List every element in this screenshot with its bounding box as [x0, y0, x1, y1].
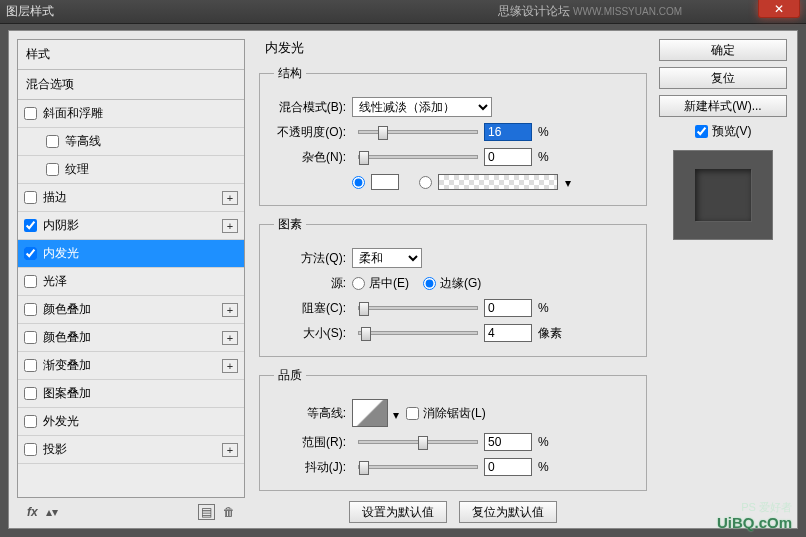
sidebar-item-checkbox[interactable] — [24, 331, 37, 344]
sidebar-item-label: 颜色叠加 — [43, 301, 91, 318]
sidebar-item-label: 图案叠加 — [43, 385, 91, 402]
sidebar-item-5[interactable]: 内发光 — [18, 240, 244, 268]
gradient-picker[interactable]: ▾ — [438, 174, 558, 190]
styles-sidebar: 样式 混合选项 斜面和浮雕等高线纹理描边+内阴影+内发光光泽颜色叠加+颜色叠加+… — [17, 39, 245, 498]
method-select[interactable]: 柔和 — [352, 248, 422, 268]
contour-picker[interactable]: ▾ — [352, 399, 388, 427]
fx-icon[interactable]: fx — [27, 505, 38, 519]
sidebar-item-checkbox[interactable] — [24, 107, 37, 120]
method-label: 方法(Q): — [268, 250, 346, 267]
right-panel: 确定 复位 新建样式(W)... 预览(V) — [659, 39, 787, 240]
size-label: 大小(S): — [268, 325, 346, 342]
sidebar-item-4[interactable]: 内阴影+ — [18, 212, 244, 240]
add-effect-icon[interactable]: + — [222, 331, 238, 345]
sidebar-item-checkbox[interactable] — [24, 275, 37, 288]
sidebar-item-checkbox[interactable] — [24, 219, 37, 232]
sidebar-item-checkbox[interactable] — [24, 191, 37, 204]
add-effect-icon[interactable]: + — [222, 359, 238, 373]
chevron-down-icon[interactable]: ▾ — [565, 176, 571, 190]
preview-checkbox[interactable] — [695, 125, 708, 138]
add-effect-icon[interactable]: + — [222, 303, 238, 317]
sidebar-item-11[interactable]: 外发光 — [18, 408, 244, 436]
sidebar-item-label: 斜面和浮雕 — [43, 105, 103, 122]
sidebar-item-checkbox[interactable] — [46, 135, 59, 148]
blendmode-label: 混合模式(B): — [268, 99, 346, 116]
add-icon[interactable]: ▤ — [198, 504, 215, 520]
ok-button[interactable]: 确定 — [659, 39, 787, 61]
brand-text: 思缘设计论坛 WWW.MISSYUAN.COM — [498, 3, 682, 20]
opacity-slider[interactable] — [358, 130, 478, 134]
watermark: UiBQ.cOm — [717, 514, 792, 531]
source-edge-label: 边缘(G) — [440, 275, 481, 292]
sidebar-item-checkbox[interactable] — [46, 163, 59, 176]
jitter-slider[interactable] — [358, 465, 478, 469]
sidebar-item-12[interactable]: 投影+ — [18, 436, 244, 464]
source-label: 源: — [268, 275, 346, 292]
watermark-small: PS 爱好者 — [741, 500, 792, 515]
panel-title: 内发光 — [259, 39, 647, 61]
color-gradient-radio[interactable] — [419, 176, 432, 189]
noise-slider[interactable] — [358, 155, 478, 159]
sidebar-item-checkbox[interactable] — [24, 415, 37, 428]
choke-slider[interactable] — [358, 306, 478, 310]
sidebar-item-9[interactable]: 渐变叠加+ — [18, 352, 244, 380]
chevron-up-down-icon[interactable]: ▴▾ — [46, 505, 58, 519]
size-slider[interactable] — [358, 331, 478, 335]
add-effect-icon[interactable]: + — [222, 191, 238, 205]
blendmode-select[interactable]: 线性减淡（添加） — [352, 97, 492, 117]
noise-input[interactable] — [484, 148, 532, 166]
choke-unit: % — [538, 301, 549, 315]
preview-box — [673, 150, 773, 240]
jitter-unit: % — [538, 460, 549, 474]
jitter-input[interactable] — [484, 458, 532, 476]
sidebar-item-label: 内阴影 — [43, 217, 79, 234]
new-style-button[interactable]: 新建样式(W)... — [659, 95, 787, 117]
antialias-label: 消除锯齿(L) — [423, 405, 486, 422]
sidebar-item-checkbox[interactable] — [24, 247, 37, 260]
color-solid-radio[interactable] — [352, 176, 365, 189]
size-input[interactable] — [484, 324, 532, 342]
sidebar-item-label: 描边 — [43, 189, 67, 206]
trash-icon[interactable]: 🗑 — [223, 505, 235, 519]
sidebar-item-label: 内发光 — [43, 245, 79, 262]
reset-default-button[interactable]: 复位为默认值 — [459, 501, 557, 523]
sidebar-item-2[interactable]: 纹理 — [18, 156, 244, 184]
choke-input[interactable] — [484, 299, 532, 317]
add-effect-icon[interactable]: + — [222, 443, 238, 457]
sidebar-item-3[interactable]: 描边+ — [18, 184, 244, 212]
sidebar-item-10[interactable]: 图案叠加 — [18, 380, 244, 408]
sidebar-item-checkbox[interactable] — [24, 303, 37, 316]
set-default-button[interactable]: 设置为默认值 — [349, 501, 447, 523]
reset-button[interactable]: 复位 — [659, 67, 787, 89]
range-input[interactable] — [484, 433, 532, 451]
sidebar-header-blend[interactable]: 混合选项 — [18, 70, 244, 100]
sidebar-item-checkbox[interactable] — [24, 387, 37, 400]
sidebar-item-checkbox[interactable] — [24, 443, 37, 456]
sidebar-footer: fx ▴▾ ▤ 🗑 — [17, 502, 245, 522]
sidebar-item-0[interactable]: 斜面和浮雕 — [18, 100, 244, 128]
sidebar-item-6[interactable]: 光泽 — [18, 268, 244, 296]
opacity-input[interactable] — [484, 123, 532, 141]
choke-label: 阻塞(C): — [268, 300, 346, 317]
group-structure: 结构 混合模式(B): 线性减淡（添加） 不透明度(O): % 杂色(N): % — [259, 65, 647, 206]
sidebar-item-label: 纹理 — [65, 161, 89, 178]
sidebar-item-1[interactable]: 等高线 — [18, 128, 244, 156]
sidebar-item-checkbox[interactable] — [24, 359, 37, 372]
range-slider[interactable] — [358, 440, 478, 444]
range-unit: % — [538, 435, 549, 449]
antialias-checkbox[interactable] — [406, 407, 419, 420]
source-center-radio[interactable] — [352, 277, 365, 290]
sidebar-item-8[interactable]: 颜色叠加+ — [18, 324, 244, 352]
source-center-label: 居中(E) — [369, 275, 409, 292]
contour-label: 等高线: — [268, 405, 346, 422]
noise-label: 杂色(N): — [268, 149, 346, 166]
sidebar-header-styles[interactable]: 样式 — [18, 40, 244, 70]
window-title: 图层样式 — [4, 3, 498, 20]
add-effect-icon[interactable]: + — [222, 219, 238, 233]
opacity-label: 不透明度(O): — [268, 124, 346, 141]
color-swatch[interactable] — [371, 174, 399, 190]
chevron-down-icon[interactable]: ▾ — [393, 408, 399, 422]
sidebar-item-7[interactable]: 颜色叠加+ — [18, 296, 244, 324]
source-edge-radio[interactable] — [423, 277, 436, 290]
close-button[interactable]: ✕ — [758, 0, 800, 18]
